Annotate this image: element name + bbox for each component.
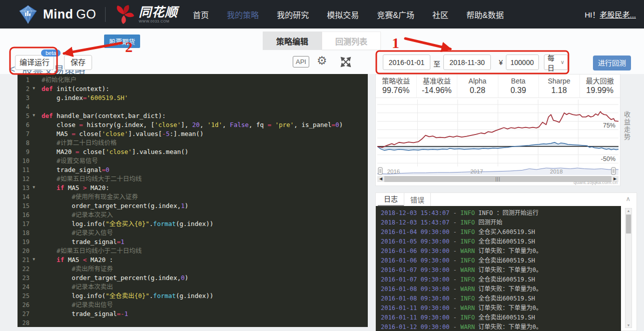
log-separator: - [449, 238, 460, 245]
line-number: 9 [18, 148, 34, 156]
code-token: #记录本次卖出 [42, 283, 113, 290]
chart-range-navigator[interactable]: 201620172018 [377, 166, 618, 176]
code-token: log.info( [42, 220, 106, 228]
code-text: trade_signal=0 [34, 166, 109, 174]
tab-active[interactable]: 策略编辑 [263, 32, 322, 50]
log-timestamp: 2016-01-12 09:30:00 [381, 324, 449, 330]
code-token: MA20: [87, 184, 109, 192]
code-line: 9 MA20 = close['close'].values.mean() [18, 148, 368, 156]
api-button[interactable]: API [293, 56, 309, 68]
code-text: if MA5 > MA20: [34, 184, 110, 192]
code-token: = [72, 130, 76, 138]
back-chevron-icon[interactable]: < [9, 63, 15, 75]
code-token: False [230, 121, 249, 128]
code-line: 19 trade_signal=1 [18, 238, 368, 246]
log-timestamp: 2016-01-08 09:30:00 [381, 295, 449, 302]
code-line: 18 #记录买入信号 [18, 228, 368, 238]
user-menu[interactable]: HI！老股民老... [584, 9, 636, 20]
code-token: = [79, 121, 83, 128]
svg-text:-50%: -50% [601, 156, 615, 162]
code-text [34, 318, 42, 327]
log-tab[interactable]: 日志 [378, 192, 404, 206]
log-message: 回测开始 [475, 219, 502, 226]
scroll-down-icon[interactable]: ▼ [625, 324, 631, 327]
fullscreen-expand-icon[interactable] [340, 56, 352, 68]
compile-run-button[interactable]: 编译运行 [15, 55, 54, 70]
code-token: def [42, 112, 53, 120]
code-token: #如果五日均线小于二十日均线 [42, 247, 142, 254]
log-level: INFO [460, 314, 475, 321]
code-token: MA20 [42, 148, 76, 156]
save-button[interactable]: 保存 [64, 55, 92, 70]
end-date-input[interactable] [443, 54, 491, 70]
svg-text:2016: 2016 [387, 168, 400, 174]
line-number: 16 [18, 210, 34, 220]
strategy-type-badge: 股票期货 [104, 34, 140, 48]
code-token: 0 [181, 274, 185, 282]
code-token: history(g.index, [ [83, 121, 155, 128]
code-line: 28 [18, 318, 368, 327]
code-text: #记录买入信号 [34, 228, 113, 238]
log-timestamp: 2016-01-06 09:30:00 [381, 248, 449, 254]
stat-cell: 最大回撤19.99% [580, 74, 620, 98]
log-level: WARN [460, 324, 475, 330]
nav-item[interactable]: 帮助&数据 [466, 8, 504, 20]
line-number: 8 [18, 138, 34, 148]
stat-cell: Alpha0.28 [457, 74, 498, 98]
code-token: ) [339, 121, 343, 128]
frequency-select[interactable]: 每日 ∨ [544, 54, 568, 70]
collapse-panel-icon[interactable]: ∧ [625, 195, 630, 202]
run-backtest-button[interactable]: 进行回测 [593, 56, 631, 70]
navigator-handle-icon [611, 168, 615, 174]
code-line: 26 #记录卖出信号 [18, 300, 368, 310]
code-text: #计算二十日均线价格 [34, 138, 117, 148]
code-token: log.info( [42, 292, 106, 300]
code-line: 11 trade_signal=0 [18, 166, 368, 174]
code-token: 1 [125, 310, 129, 318]
code-line: 5▼def handle_bar(context,bar_dict): [18, 112, 368, 120]
log-message: 订单失败：下单量为0。 [475, 266, 542, 274]
nav-item[interactable]: 竞赛&广场 [377, 8, 414, 20]
code-line: 4 [18, 102, 368, 112]
nav-item[interactable]: 社区 [432, 8, 448, 20]
stat-value: 0.28 [470, 86, 485, 95]
settings-gear-icon[interactable]: ⚙ [317, 54, 327, 68]
ths-brand[interactable]: 同花顺 WWW.0033.COM [114, 4, 178, 24]
svg-text:75%: 75% [603, 122, 615, 129]
mindgo-brand[interactable]: MindGO [18, 4, 96, 24]
stat-label: 最大回撤 [586, 77, 614, 86]
nav-item[interactable]: 首页 [193, 8, 209, 20]
log-message: INFO ：回测开始运行 [475, 210, 538, 216]
scroll-left-icon[interactable]: ◀ [377, 176, 384, 182]
code-token: (g.index)) [176, 292, 213, 300]
line-number: 6 [18, 120, 34, 130]
code-editor[interactable]: 1#初始化账户2▼def init(context):3 g.index='60… [18, 74, 368, 327]
code-text: #设置交易信号 [34, 156, 98, 166]
nav-item[interactable]: 模拟交易 [327, 8, 359, 20]
nav-item[interactable]: 我的策略 [227, 8, 259, 20]
fold-marker-icon[interactable]: ▼ [33, 183, 35, 192]
log-entry: 2016-01-11 09:30:00 - INFO 全仓卖出600519.SH [381, 313, 621, 322]
fold-marker-icon[interactable]: ▼ [33, 84, 35, 93]
code-text: trade_signal=1 [34, 238, 125, 246]
scrollbar-thumb[interactable] [626, 214, 631, 234]
code-text: #如果五日均线大于二十日均线 [34, 174, 142, 184]
code-token: '1d' [207, 121, 222, 128]
log-timestamp: 2018-12-03 15:43:07 [381, 219, 449, 226]
fold-marker-icon[interactable]: ▼ [33, 255, 35, 264]
log-output[interactable]: 2018-12-03 15:43:07 - INFO INFO ：回测开始运行2… [376, 206, 621, 331]
line-number: 28 [18, 318, 34, 327]
nav-item[interactable]: 我的研究 [277, 8, 309, 20]
log-scrollbar[interactable]: ▲ ▼ [625, 208, 632, 328]
tab-inactive[interactable]: 回测列表 [322, 32, 381, 50]
log-timestamp: 2016-01-07 09:30:00 [381, 266, 449, 274]
code-token: #记录本次买入 [42, 211, 113, 218]
capital-input[interactable] [506, 54, 539, 70]
date-range-to-label: 至 [433, 58, 440, 68]
log-entry: 2016-01-06 09:30:00 - WARN 订单失败：下单量为0。 [381, 246, 621, 256]
line-number: 24 [18, 282, 34, 292]
start-date-input[interactable] [383, 54, 430, 70]
scroll-up-icon[interactable]: ▲ [625, 209, 631, 212]
log-tab[interactable]: 错误 [404, 193, 431, 206]
fold-marker-icon[interactable]: ▼ [33, 111, 35, 120]
